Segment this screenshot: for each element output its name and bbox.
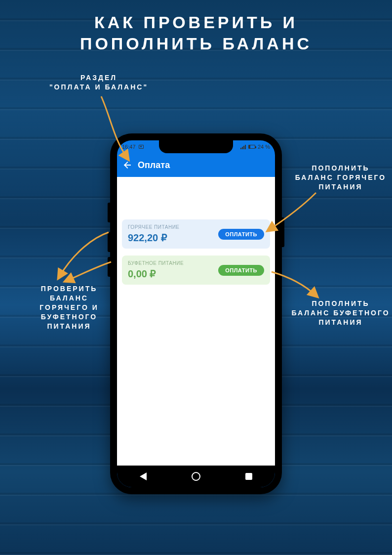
annotation-topup-hot: ПОПОЛНИТЬБАЛАНС ГОРЯЧЕГОПИТАНИЯ bbox=[291, 164, 390, 192]
phone-screen: 16:47 24 % Оплата ГОРЯЧЕЕ ПИТАНИЕ 922,20… bbox=[117, 140, 275, 487]
screen-content: ГОРЯЧЕЕ ПИТАНИЕ 922,20 ₽ ОПЛАТИТЬ БУФЕТН… bbox=[117, 177, 275, 466]
annotation-check-balances: ПРОВЕРИТЬБАЛАНСГОРЯЧЕГО ИБУФЕТНОГОПИТАНИ… bbox=[27, 284, 111, 331]
nav-back-icon[interactable] bbox=[140, 472, 147, 480]
page-title: КАК ПРОВЕРИТЬ И ПОПОЛНИТЬ БАЛАНС bbox=[0, 12, 392, 54]
phone-notch bbox=[159, 140, 233, 153]
pay-button-buffet[interactable]: ОПЛАТИТЬ bbox=[218, 265, 264, 276]
title-line-2: ПОПОЛНИТЬ БАЛАНС bbox=[0, 33, 392, 54]
signal-icon bbox=[240, 145, 246, 149]
title-line-1: КАК ПРОВЕРИТЬ И bbox=[0, 12, 392, 33]
nav-recent-icon[interactable] bbox=[245, 473, 252, 480]
annotation-topup-buffet: ПОПОЛНИТЬБАЛАНС БУФЕТНОГОПИТАНИЯ bbox=[291, 299, 390, 327]
phone-mockup: 16:47 24 % Оплата ГОРЯЧЕЕ ПИТАНИЕ 922,20… bbox=[110, 133, 282, 494]
annotation-section: РАЗДЕЛ"ОПЛАТА И БАЛАНС" bbox=[35, 73, 163, 92]
card-label: ГОРЯЧЕЕ ПИТАНИЕ bbox=[128, 224, 180, 230]
appbar-title: Оплата bbox=[138, 160, 170, 171]
card-label: БУФЕТНОЕ ПИТАНИЕ bbox=[128, 260, 184, 266]
gallery-icon bbox=[139, 145, 144, 149]
card-buffet-meal: БУФЕТНОЕ ПИТАНИЕ 0,00 ₽ ОПЛАТИТЬ bbox=[122, 256, 270, 285]
android-navbar bbox=[117, 466, 275, 487]
pay-button-hot[interactable]: ОПЛАТИТЬ bbox=[218, 229, 264, 240]
card-amount: 0,00 ₽ bbox=[128, 268, 184, 280]
app-bar: Оплата bbox=[117, 153, 275, 177]
card-amount: 922,20 ₽ bbox=[128, 232, 180, 244]
back-arrow-icon[interactable] bbox=[123, 161, 132, 170]
card-hot-meal: ГОРЯЧЕЕ ПИТАНИЕ 922,20 ₽ ОПЛАТИТЬ bbox=[122, 219, 270, 249]
status-battery-text: 24 % bbox=[258, 144, 270, 150]
nav-home-icon[interactable] bbox=[192, 472, 200, 481]
battery-icon bbox=[248, 145, 255, 149]
status-time: 16:47 bbox=[122, 144, 136, 150]
